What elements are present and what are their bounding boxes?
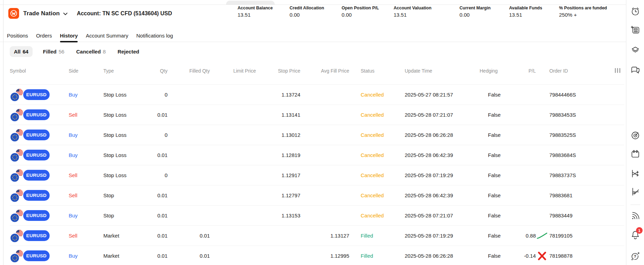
layers-icon[interactable] — [630, 44, 641, 56]
help-sparkles-icon[interactable]: ? — [630, 250, 641, 262]
side-value: Sell — [69, 192, 77, 198]
order-row[interactable]: EURUSDBuyStop Loss01.13724Cancelled2025-… — [10, 84, 624, 105]
cell-update-time: 2025-05-27 08:21:57 — [405, 85, 480, 105]
tab-notifications-log[interactable]: Notifications log — [136, 33, 173, 42]
stat--positions-are-funded: % Positions are funded250% + — [559, 6, 607, 18]
filter-cancelled[interactable]: Cancelled8 — [75, 46, 107, 57]
chat-icon[interactable] — [630, 65, 641, 76]
journal-plus-icon[interactable] — [630, 25, 641, 36]
calendar-icon[interactable] — [630, 149, 641, 160]
stat-label: Open Position P/L — [342, 6, 379, 10]
tab-positions[interactable]: Positions — [7, 33, 28, 42]
chevron-down-icon[interactable] — [63, 13, 68, 15]
cell-update-time: 2025-05-28 06:42:39 — [405, 185, 480, 205]
top-panel-handle[interactable] — [226, 1, 275, 5]
order-row[interactable]: EURUSDSellMarket0.010.011.13127Filled202… — [10, 225, 624, 246]
cell-status: Filled — [349, 246, 405, 265]
order-row[interactable]: EURUSDSellStop Loss01.12917Cancelled2025… — [10, 165, 624, 185]
notifications-bell-icon[interactable]: 1 — [630, 230, 641, 241]
type-value: Stop Loss — [103, 172, 127, 178]
radar-icon[interactable] — [630, 130, 641, 141]
order-row[interactable]: EURUSDSellStop Loss0.011.13141Cancelled2… — [10, 105, 624, 125]
pl-icon-slot — [536, 190, 548, 201]
status-value: Filled — [361, 253, 373, 259]
cell-symbol: EURUSD — [10, 206, 69, 225]
symbol-badge[interactable]: EURUSD — [23, 89, 50, 100]
account-header: Trade Nation Account: TN SC CFD (5143604… — [0, 5, 626, 25]
stat-value: 0.00 — [290, 12, 324, 18]
symbol-badge[interactable]: EURUSD — [23, 170, 50, 181]
crossing-arrows-icon[interactable] — [630, 168, 641, 179]
symbol-badge[interactable]: EURUSD — [23, 190, 50, 201]
filter-all[interactable]: All64 — [10, 46, 33, 57]
cell-side: Sell — [69, 165, 103, 185]
status-value: Cancelled — [361, 172, 384, 178]
symbol-badge[interactable]: EURUSD — [23, 230, 50, 241]
side-value: Buy — [69, 213, 78, 218]
trade-nation-logo[interactable] — [8, 8, 19, 19]
cell-pl — [512, 185, 548, 205]
signal-icon[interactable] — [630, 210, 641, 222]
order-row[interactable]: EURUSDSellStop0.011.12797Cancelled2025-0… — [10, 185, 624, 205]
cell-hedging: False — [480, 145, 512, 165]
brand-name[interactable]: Trade Nation — [23, 10, 60, 17]
header-filled-qty: Filled Qty — [168, 66, 210, 76]
stat-value: 13.51 — [509, 12, 542, 18]
qty-value: 0.01 — [157, 112, 168, 118]
cell--cols — [605, 226, 624, 246]
side-value: Buy — [69, 253, 78, 259]
header-limit-price: Limit Price — [210, 66, 256, 76]
header-label: Type — [103, 68, 114, 74]
pl-loss-x-icon — [537, 251, 547, 261]
cell--cols — [605, 185, 624, 205]
symbol-badge[interactable]: EURUSD — [23, 109, 50, 120]
update-time-value: 2025-05-28 06:42:39 — [405, 192, 453, 198]
cell-pl: 0.88 — [512, 226, 548, 246]
order-id-value: 79844466S — [548, 92, 576, 98]
stat-label: Account Valuation — [394, 6, 431, 10]
cell-symbol: EURUSD — [10, 165, 69, 185]
column-settings-icon[interactable] — [614, 68, 621, 73]
filter-filled[interactable]: Filled56 — [42, 46, 66, 57]
table-body: EURUSDBuyStop Loss01.13724Cancelled2025-… — [10, 84, 624, 265]
cell-side: Buy — [69, 125, 103, 145]
cell-hedging: False — [480, 105, 512, 125]
symbol-badge[interactable]: EURUSD — [23, 130, 50, 140]
order-row[interactable]: EURUSDBuyStop Loss0.011.12819Cancelled20… — [10, 145, 624, 165]
cell-symbol: EURUSD — [10, 185, 69, 205]
qty-value: 0.01 — [157, 192, 168, 198]
tab-account-summary[interactable]: Account Summary — [86, 33, 128, 42]
order-row[interactable]: EURUSDBuyStop0.011.13153Cancelled2025-05… — [10, 205, 624, 225]
header-avg-fill_price: Avg Fill Price — [300, 66, 349, 76]
stop-price-value: 1.12917 — [282, 172, 300, 178]
filled-qty-value: 0.01 — [200, 253, 210, 259]
status-value: Cancelled — [361, 112, 384, 118]
hedging-value: False — [488, 132, 501, 138]
cell-qty: 0 — [141, 165, 168, 185]
update-time-value: 2025-05-28 07:21:07 — [405, 112, 453, 118]
order-row[interactable]: EURUSDBuyMarket0.010.011.12995Filled2025… — [10, 246, 624, 265]
alarm-clock-icon[interactable] — [630, 6, 641, 17]
order-row[interactable]: EURUSDBuyStop Loss01.13012Cancelled2025-… — [10, 125, 624, 145]
cell-stop-price: 1.12917 — [256, 165, 300, 185]
panel-left-edge — [3, 0, 3, 265]
stat-credit-allocation: Credit Allocation0.00 — [290, 6, 324, 18]
pl-icon-slot — [536, 149, 548, 161]
filter-rejected[interactable]: Rejected — [116, 46, 141, 57]
qty-value: 0 — [165, 132, 168, 138]
tab-orders[interactable]: Orders — [36, 33, 52, 42]
symbol-badge[interactable]: EURUSD — [23, 250, 50, 261]
header-update-time: Update Time — [405, 66, 480, 76]
update-time-value: 2025-05-28 06:26:28 — [405, 253, 453, 259]
symbol-badge[interactable]: EURUSD — [23, 210, 50, 221]
order-id-value: 79883737S — [548, 172, 576, 178]
breakout-chart-icon[interactable] — [630, 186, 641, 197]
eur-usd-flags-icon — [10, 88, 24, 102]
cell-limit-price — [210, 206, 256, 225]
cell-symbol: EURUSD — [10, 125, 69, 145]
cell-stop-price: 1.12797 — [256, 185, 300, 205]
tab-history[interactable]: History — [60, 33, 78, 42]
update-time-value: 2025-05-28 06:26:28 — [405, 132, 453, 138]
symbol-badge[interactable]: EURUSD — [23, 150, 50, 160]
trading-app-window: Trade Nation Account: TN SC CFD (5143604… — [0, 0, 644, 265]
